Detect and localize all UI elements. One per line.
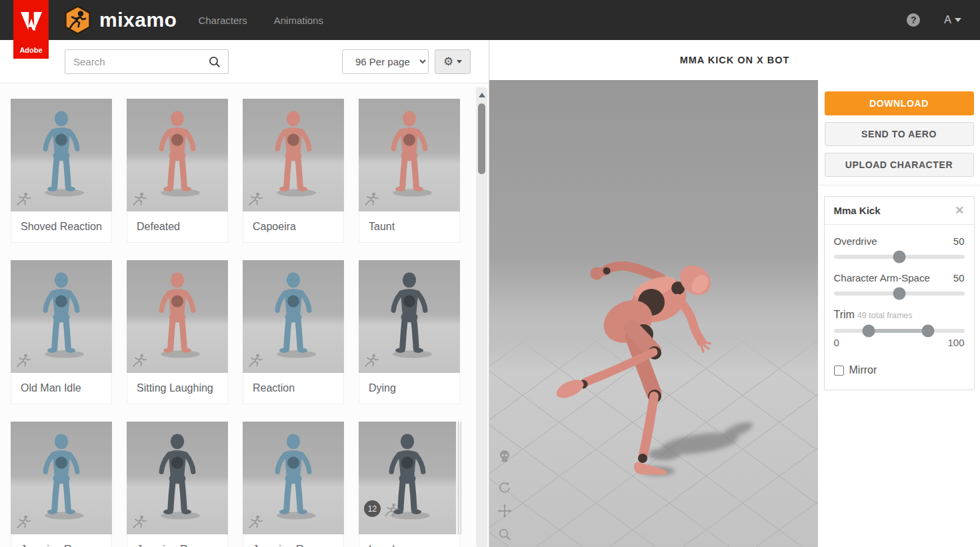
running-man-icon xyxy=(384,502,399,517)
animation-card[interactable]: Shoved Reaction xyxy=(11,99,112,243)
scrollbar-thumb[interactable] xyxy=(478,103,485,174)
3d-viewport[interactable] xyxy=(489,80,818,547)
animation-card[interactable]: Jumping Rope xyxy=(127,422,228,547)
running-man-icon xyxy=(248,353,263,368)
rotate-camera-icon[interactable] xyxy=(497,480,512,495)
viewport-scene xyxy=(489,80,818,547)
overdrive-slider[interactable] xyxy=(834,255,965,259)
animation-thumbnail xyxy=(127,99,228,211)
trim-range-slider[interactable] xyxy=(834,329,965,333)
character-figure xyxy=(379,269,440,360)
scroll-up-arrow-icon[interactable] xyxy=(479,93,485,97)
animations-toolbar: 96 Per page ⚙ xyxy=(0,40,489,83)
animation-card[interactable]: Jumping Rope xyxy=(243,422,344,547)
overdrive-label: Overdrive xyxy=(834,235,877,247)
trim-end-handle[interactable] xyxy=(921,325,934,338)
upload-character-button[interactable]: UPLOAD CHARACTER xyxy=(825,153,974,177)
mirror-label: Mirror xyxy=(849,364,877,376)
user-menu[interactable]: A xyxy=(944,14,961,26)
character-figure xyxy=(147,431,208,522)
animation-card-label: Dying xyxy=(359,373,460,404)
animation-thumbnail xyxy=(243,260,344,373)
overdrive-slider-handle[interactable] xyxy=(893,251,905,263)
armspace-slider[interactable] xyxy=(834,292,965,296)
trim-start-handle[interactable] xyxy=(863,325,875,338)
download-button[interactable]: DOWNLOAD xyxy=(825,91,974,115)
mirror-checkbox[interactable] xyxy=(834,366,844,376)
close-icon[interactable]: ✕ xyxy=(955,205,964,216)
animation-card[interactable]: Defeated xyxy=(127,99,228,243)
animation-card[interactable]: Sitting Laughing xyxy=(127,260,228,404)
animation-card[interactable]: Jumping Rope xyxy=(11,422,112,547)
animation-thumbnail xyxy=(127,422,228,534)
chevron-down-icon xyxy=(457,60,462,63)
character-figure xyxy=(263,108,324,199)
per-page-select[interactable]: 96 Per page xyxy=(342,49,429,74)
character-figure xyxy=(31,108,92,199)
trim-total-frames: 49 total frames xyxy=(857,311,913,320)
animation-card-label: Jumping Rope xyxy=(127,534,228,547)
params-panel-body: Overdrive 50 Character Arm-Space 50 xyxy=(825,225,974,390)
animation-card[interactable]: 12 Longbow xyxy=(359,422,460,547)
mirror-row: Mirror xyxy=(834,364,965,376)
viewer-sidebar: DOWNLOAD SEND TO AERO UPLOAD CHARACTER M… xyxy=(818,80,980,547)
viewport-controls xyxy=(497,449,512,542)
animation-thumbnail xyxy=(243,422,344,534)
trim-label: Trim xyxy=(834,309,855,320)
character-figure xyxy=(263,269,324,360)
running-man-icon xyxy=(16,191,31,206)
send-to-aero-button[interactable]: SEND TO AERO xyxy=(825,122,974,146)
character-figure xyxy=(31,431,92,522)
nav-characters[interactable]: Characters xyxy=(198,15,247,26)
animation-thumbnail xyxy=(11,260,112,373)
animation-card[interactable]: Capoeira xyxy=(243,99,344,243)
gear-icon: ⚙ xyxy=(443,56,453,67)
adobe-logo[interactable]: Adobe xyxy=(13,0,49,59)
viewer-titlebar: MMA KICK ON X BOT xyxy=(489,40,980,80)
mixamo-app: Adobe mixamo Characters Animations ? xyxy=(0,0,980,547)
animation-card-label: Capoeira xyxy=(243,211,344,243)
search-icon[interactable] xyxy=(208,55,221,69)
armspace-slider-handle[interactable] xyxy=(893,288,905,300)
animation-thumbnail xyxy=(359,99,460,211)
character-figure xyxy=(31,269,92,360)
animation-name: Mma Kick xyxy=(834,205,881,216)
top-nav-bar: Adobe mixamo Characters Animations ? xyxy=(0,0,980,40)
animation-card-label: Reaction xyxy=(243,373,344,404)
animation-card[interactable]: Reaction xyxy=(243,260,344,404)
pan-camera-icon[interactable] xyxy=(497,504,512,518)
settings-button[interactable]: ⚙ xyxy=(435,49,471,74)
animation-card-label: Taunt xyxy=(359,211,460,243)
animation-thumbnail xyxy=(243,99,344,211)
zoom-camera-icon[interactable] xyxy=(497,527,512,542)
animation-thumbnail xyxy=(11,422,112,534)
running-man-icon xyxy=(16,514,31,529)
armspace-value: 50 xyxy=(953,272,965,284)
running-man-icon xyxy=(364,191,379,206)
animation-grid-area: Shoved Reaction xyxy=(0,83,489,547)
running-man-icon xyxy=(248,191,263,206)
panel-divider xyxy=(489,40,489,547)
armspace-slider-row: Character Arm-Space 50 xyxy=(834,272,965,296)
animation-card[interactable]: Taunt xyxy=(359,99,460,243)
animation-card-label: Old Man Idle xyxy=(11,373,112,404)
pack-count-badge: 12 xyxy=(364,500,381,517)
trim-max-label: 100 xyxy=(947,337,964,348)
mixamo-logo[interactable]: mixamo xyxy=(64,5,177,35)
grid-scrollbar[interactable] xyxy=(476,87,487,547)
animation-card-label: Defeated xyxy=(127,211,228,243)
armspace-label: Character Arm-Space xyxy=(834,272,930,284)
adobe-a-icon xyxy=(21,12,42,31)
animation-thumbnail xyxy=(11,99,112,211)
animation-card[interactable]: Old Man Idle xyxy=(11,260,112,404)
nav-animations[interactable]: Animations xyxy=(274,15,323,26)
help-icon[interactable]: ? xyxy=(907,13,920,27)
brand-wordmark: mixamo xyxy=(99,9,177,31)
chevron-down-icon xyxy=(955,18,961,22)
character-view-icon[interactable] xyxy=(497,449,512,464)
adobe-label: Adobe xyxy=(19,46,42,54)
animation-card[interactable]: Dying xyxy=(359,260,460,404)
trim-min-label: 0 xyxy=(834,337,839,348)
search-input[interactable] xyxy=(65,50,228,73)
overdrive-slider-row: Overdrive 50 xyxy=(834,235,965,259)
